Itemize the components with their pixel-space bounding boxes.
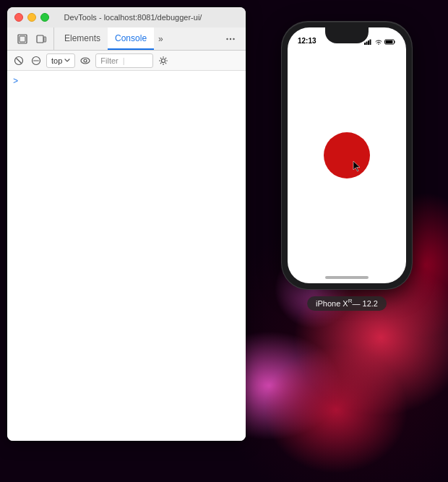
devtools-menu-icon-btn[interactable]: [223, 31, 238, 47]
svg-point-18: [378, 43, 379, 45]
eye-icon-btn[interactable]: [78, 53, 92, 68]
titlebar: DevTools - localhost:8081/debugger-ui/: [7, 7, 246, 27]
svg-rect-20: [386, 40, 393, 43]
svg-rect-3: [44, 37, 46, 42]
svg-rect-16: [368, 40, 369, 45]
phone-red-circle: [324, 132, 370, 178]
svg-point-4: [226, 38, 228, 39]
svg-point-12: [84, 59, 87, 62]
eye-icon: [80, 57, 90, 64]
svg-rect-2: [37, 35, 43, 43]
tabs-end-menu: [218, 27, 243, 50]
wifi-icon: [375, 39, 382, 45]
settings-icon-btn[interactable]: [156, 53, 171, 68]
tabs-bar: Elements Console »: [7, 27, 246, 51]
svg-line-8: [17, 58, 22, 63]
device-mode-icon: [36, 34, 46, 44]
tab-console[interactable]: Console: [108, 27, 154, 50]
tabs-more-button[interactable]: »: [154, 27, 168, 50]
three-dots-icon: [225, 34, 236, 44]
filter-input[interactable]: Filter |: [95, 53, 153, 68]
cursor-arrow: [353, 160, 361, 172]
svg-point-13: [162, 59, 165, 62]
svg-rect-14: [364, 43, 366, 45]
svg-rect-17: [370, 40, 371, 46]
select-element-icon: [17, 34, 27, 44]
devtools-window: DevTools - localhost:8081/debugger-ui/ E…: [7, 7, 246, 441]
filter-label: Filter: [100, 56, 118, 65]
device-mode-icon-btn[interactable]: [33, 31, 49, 47]
phone-screen: 12:13: [288, 27, 406, 283]
phone-notch: [325, 27, 369, 43]
filter-divider: |: [123, 56, 125, 65]
svg-rect-15: [366, 42, 368, 46]
context-value: top: [51, 56, 62, 65]
chevron-down-icon: [64, 59, 70, 62]
console-content: >: [7, 71, 246, 441]
phone-home-indicator: [325, 276, 369, 279]
no-entry-icon: [31, 56, 41, 66]
device-name: iPhone X: [316, 299, 348, 308]
console-prompt-line: >: [13, 77, 240, 87]
tab-elements[interactable]: Elements: [57, 27, 108, 50]
svg-point-5: [230, 38, 231, 39]
svg-rect-1: [20, 36, 25, 42]
device-label: iPhone XR— 12.2: [307, 296, 387, 311]
phone-container: 12:13: [282, 22, 412, 289]
svg-point-11: [81, 58, 90, 64]
no-entry-btn[interactable]: [29, 53, 43, 68]
window-title: DevTools - localhost:8081/debugger-ui/: [27, 13, 238, 22]
svg-point-6: [233, 38, 234, 39]
clear-console-icon: [14, 56, 24, 66]
clear-console-btn[interactable]: [12, 53, 26, 68]
device-version: — 12.2: [352, 299, 377, 308]
context-selector[interactable]: top: [46, 53, 75, 68]
battery-icon: [384, 39, 396, 45]
status-time: 12:13: [298, 37, 316, 45]
console-toolbar: top Filter |: [7, 51, 246, 71]
console-caret: >: [13, 77, 18, 87]
gear-icon: [158, 56, 168, 66]
signal-icon: [364, 39, 373, 45]
close-button[interactable]: [14, 13, 23, 22]
tab-icon-group: [10, 27, 54, 50]
select-element-icon-btn[interactable]: [14, 31, 30, 47]
phone-frame: 12:13: [282, 22, 412, 289]
status-icons: [364, 39, 396, 45]
